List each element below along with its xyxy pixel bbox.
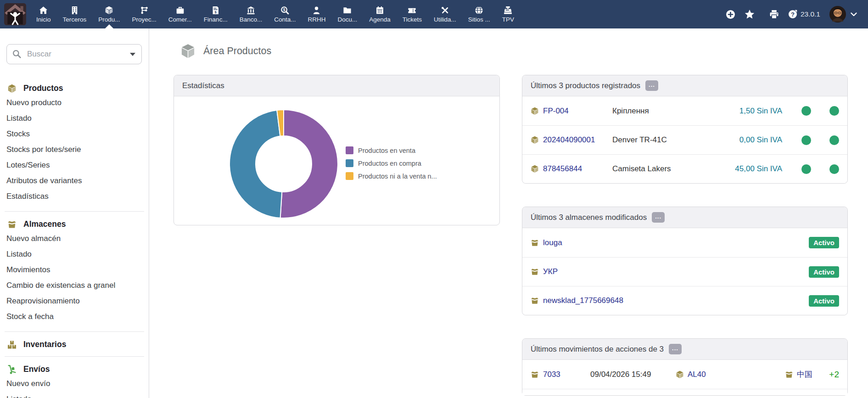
sidebar-item-cambio-existencias[interactable]: Cambio de existencias a granel [0, 278, 149, 293]
app-logo[interactable] [0, 0, 30, 28]
menu-item-productos[interactable]: Produ... [92, 0, 126, 28]
menu-item-tpv[interactable]: TPV [496, 0, 520, 28]
cash-register-icon [504, 6, 512, 15]
sidebar-item-atributos-variantes[interactable]: Atributos de variantes [0, 173, 149, 189]
hand-truck-icon [7, 365, 17, 374]
warehouse-link[interactable]: louga [543, 238, 562, 247]
movement-warehouse-link[interactable]: 中国 [797, 369, 812, 380]
search-input[interactable] [6, 44, 142, 64]
menu-item-terceros[interactable]: Terceros [57, 0, 93, 28]
menu-label: Utilida... [434, 17, 456, 23]
sidebar-divider [5, 331, 144, 332]
sidebar-item-estadisticas[interactable]: Estadísticas [0, 189, 149, 204]
folder-icon [343, 6, 352, 15]
help-button[interactable] [788, 10, 797, 19]
product-price: 0,00 Sin IVA [713, 135, 782, 145]
sidebar-item-nuevo-producto[interactable]: Nuevo producto [0, 95, 149, 111]
menu-item-proyectos[interactable]: Proyec... [126, 0, 162, 28]
more-button[interactable]: ... [669, 344, 682, 354]
section-title: Almacenes [23, 219, 66, 229]
sidebar-search [6, 44, 141, 64]
last-products-header: Últimos 3 productos registrados ... [522, 75, 847, 96]
menu-item-sitios-web[interactable]: Sitios ... [462, 0, 496, 28]
more-button[interactable]: ... [645, 80, 658, 91]
product-row: 878456844 Camiseta Lakers 45,00 Sin IVA [522, 154, 847, 183]
menu-item-utilidades[interactable]: Utilida... [428, 0, 462, 28]
invoice-icon [211, 6, 220, 15]
legend-swatch [346, 146, 353, 154]
sell-status-dot [801, 106, 811, 116]
sidebar-item-listado-almacenes[interactable]: Listado [0, 247, 149, 262]
sidebar-item-reaprovisionamiento[interactable]: Reaprovisionamiento [0, 293, 149, 309]
warehouse-link[interactable]: newsklad_1775669648 [543, 296, 623, 305]
menu-item-contabilidad[interactable]: Conta... [268, 0, 302, 28]
open-box-icon [531, 370, 539, 379]
menu-label: Tickets [403, 17, 422, 23]
search-scope-caret[interactable] [130, 53, 135, 56]
menu-label: Banco... [240, 17, 263, 23]
menu-item-inicio[interactable]: Inicio [30, 0, 57, 28]
menu-item-rrhh[interactable]: RRHH [302, 0, 331, 28]
top-navbar: Inicio Terceros Produ... Proyec... Comer… [0, 0, 868, 28]
sell-status-dot [801, 164, 811, 174]
menu-item-documentos[interactable]: Docu... [331, 0, 363, 28]
last-warehouses-title: Últimos 3 almacenes modificados [531, 213, 647, 222]
sidebar-item-stock-a-fecha[interactable]: Stock a fecha [0, 309, 149, 325]
calendar-icon [375, 6, 384, 15]
more-button[interactable]: ... [652, 212, 665, 223]
last-warehouses-card: Últimos 3 almacenes modificados ... loug… [522, 207, 848, 315]
cube-icon [531, 136, 539, 144]
menu-item-agenda[interactable]: Agenda [363, 0, 397, 28]
sidebar-item-nuevo-envio[interactable]: Nuevo envío [0, 376, 149, 392]
sidebar-item-nuevo-almacen[interactable]: Nuevo almacén [0, 231, 149, 247]
print-button[interactable] [769, 10, 779, 19]
product-ref-link[interactable]: 202404090001 [543, 135, 595, 145]
cube-icon [531, 165, 539, 173]
sidebar-item-lotes-series[interactable]: Lotes/Series [0, 157, 149, 173]
status-badge: Activo [809, 295, 839, 307]
cube-icon [7, 84, 17, 93]
search-icon [12, 50, 21, 58]
bookmark-star-button[interactable] [745, 9, 755, 19]
movement-row: 7033 09/04/2026 15:49 AL40 中国 +2 [522, 360, 847, 389]
open-box-icon [7, 220, 17, 229]
product-label: Denver TR-41C [612, 135, 713, 145]
product-ref-link[interactable]: 878456844 [543, 164, 582, 174]
buy-status-dot [829, 106, 839, 116]
status-badge: Activo [809, 266, 839, 278]
building-icon [70, 6, 79, 15]
menu-item-comercial[interactable]: Comer... [162, 0, 198, 28]
menu-label: Proyec... [132, 17, 157, 23]
movement-product-link[interactable]: AL40 [688, 370, 706, 379]
product-ref-link[interactable]: FP-004 [543, 107, 569, 116]
sidebar-section-almacenes[interactable]: Almacenes [7, 219, 149, 229]
warehouse-row: louga Activo [522, 228, 847, 257]
sidebar-item-listado-productos[interactable]: Listado [0, 111, 149, 126]
donut-slice-1 [230, 110, 282, 218]
sidebar-item-stocks-lotes[interactable]: Stocks por lotes/serie [0, 142, 149, 157]
sidebar-section-productos[interactable]: Productos [7, 84, 149, 93]
page-header: Área Productos [180, 44, 868, 59]
last-movements-title: Últimos movimientos de acciones de 3 [531, 345, 664, 354]
sidebar-item-stocks[interactable]: Stocks [0, 126, 149, 142]
bank-icon [246, 6, 255, 15]
menu-item-financiera[interactable]: Financ... [198, 0, 234, 28]
sidebar-section-inventarios[interactable]: Inventarios [7, 340, 149, 349]
movement-ref-link[interactable]: 7033 [543, 370, 560, 379]
warehouse-link[interactable]: УКР [543, 267, 558, 276]
dolibarr-logo-icon [4, 3, 27, 26]
sidebar-divider [5, 211, 144, 212]
statistics-card: Estadísticas Productos en venta Producto… [174, 75, 500, 225]
sidebar-item-listado-envios[interactable]: Listado [0, 392, 149, 398]
open-box-icon [531, 239, 539, 247]
user-menu[interactable] [829, 6, 857, 22]
menu-label: Inicio [36, 17, 51, 23]
sidebar-item-movimientos[interactable]: Movimientos [0, 262, 149, 278]
quick-add-button[interactable] [726, 10, 735, 19]
sidebar-section-envios[interactable]: Envíos [7, 364, 149, 374]
section-title: Productos [23, 84, 63, 93]
menu-item-bancos[interactable]: Banco... [234, 0, 269, 28]
cube-icon [180, 44, 196, 59]
menu-label: Agenda [369, 17, 391, 23]
menu-item-tickets[interactable]: Tickets [397, 0, 428, 28]
